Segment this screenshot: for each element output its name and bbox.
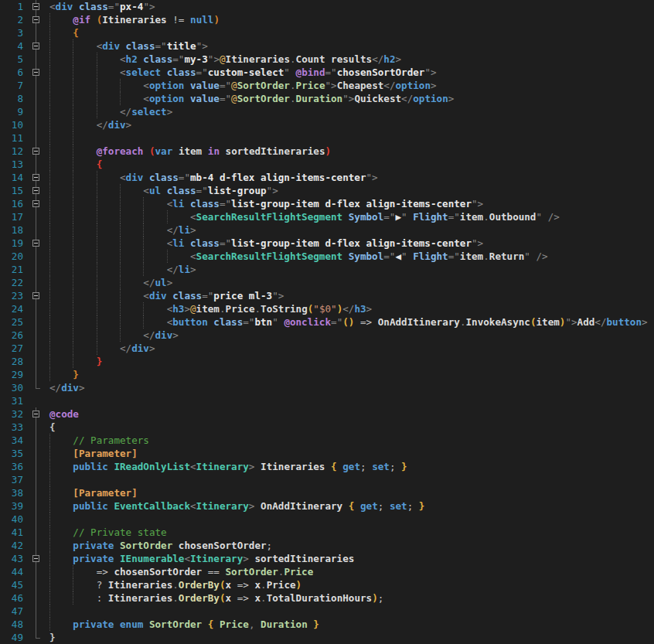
code-line[interactable]: 4 <div class="title"> [0,39,654,53]
code-line[interactable]: 5 <h2 class="my-3">@Itineraries.Count re… [0,53,654,66]
line-number[interactable]: 33 [0,421,23,434]
line-number[interactable]: 37 [0,473,23,486]
line-number[interactable]: 14 [0,171,23,184]
code-line[interactable]: 15 <ul class="list-group"> [0,184,654,197]
line-number[interactable]: 48 [0,618,23,631]
code-line[interactable]: 1<div class="px-4"> [0,0,654,13]
fold-collapse-icon[interactable] [32,555,39,562]
code-line[interactable]: 6 <select class="custom-select" @bind="c… [0,66,654,79]
code-line[interactable]: 11 [0,131,654,145]
fold-collapse-icon[interactable] [32,187,39,194]
line-number[interactable]: 38 [0,486,23,499]
line-number[interactable]: 24 [0,302,23,315]
line-number[interactable]: 40 [0,513,23,526]
code-line[interactable]: 44 => chosenSortOrder == SortOrder.Price [0,565,654,578]
code-line[interactable]: 8 <option value="@SortOrder.Duration">Qu… [0,92,654,105]
line-number[interactable]: 28 [0,355,23,368]
line-number[interactable]: 32 [0,407,23,421]
code-line[interactable]: 31 [0,394,654,407]
code-line[interactable]: 17 <SearchResultFlightSegment Symbol="▶"… [0,210,654,223]
line-number[interactable]: 43 [0,552,23,565]
line-number[interactable]: 7 [0,79,23,92]
code-line[interactable]: 41 // Private state [0,526,654,539]
code-line[interactable]: 38 [Parameter] [0,486,654,499]
line-number[interactable]: 45 [0,578,23,591]
line-number[interactable]: 41 [0,526,23,539]
line-number[interactable]: 9 [0,105,23,118]
code-line[interactable]: 29 } [0,368,654,381]
code-line[interactable]: 2 @if (Itineraries != null) [0,13,654,26]
line-number[interactable]: 26 [0,329,23,342]
line-number[interactable]: 31 [0,394,23,407]
line-number[interactable]: 20 [0,250,23,263]
line-number[interactable]: 3 [0,26,23,39]
fold-collapse-icon[interactable] [32,292,39,299]
fold-collapse-icon[interactable] [32,411,39,417]
code-editor[interactable]: 1<div class="px-4">2 @if (Itineraries !=… [0,0,654,644]
code-line[interactable]: 32@code [0,407,654,421]
line-number[interactable]: 5 [0,53,23,66]
code-line[interactable]: 28 } [0,355,654,368]
line-number[interactable]: 17 [0,210,23,223]
fold-collapse-icon[interactable] [32,3,39,10]
line-number[interactable]: 8 [0,92,23,105]
fold-collapse-icon[interactable] [32,174,39,181]
code-line[interactable]: 23 <div class="price ml-3"> [0,289,654,302]
line-number[interactable]: 34 [0,434,23,447]
line-number[interactable]: 42 [0,539,23,552]
line-number[interactable]: 22 [0,276,23,289]
code-line[interactable]: 34 // Parameters [0,434,654,447]
line-number[interactable]: 2 [0,13,23,26]
line-number[interactable]: 16 [0,197,23,210]
line-number[interactable]: 15 [0,184,23,197]
line-number[interactable]: 10 [0,118,23,131]
code-line[interactable]: 16 <li class="list-group-item d-flex ali… [0,197,654,210]
code-line[interactable]: 49} [0,631,654,644]
line-number[interactable]: 11 [0,131,23,145]
line-number[interactable]: 44 [0,565,23,578]
line-number[interactable]: 19 [0,237,23,250]
code-line[interactable]: 43 private IEnumerable<Itinerary> sorted… [0,552,654,565]
code-line[interactable]: 48 private enum SortOrder { Price, Durat… [0,618,654,631]
line-number[interactable]: 18 [0,223,23,237]
code-line[interactable]: 10 </div> [0,118,654,131]
line-number[interactable]: 39 [0,499,23,513]
line-number[interactable]: 4 [0,39,23,53]
line-number[interactable]: 21 [0,263,23,276]
code-line[interactable]: 21 </li> [0,263,654,276]
line-number[interactable]: 12 [0,145,23,158]
code-line[interactable]: 40 [0,513,654,526]
line-number[interactable]: 30 [0,381,23,394]
code-line[interactable]: 7 <option value="@SortOrder.Price">Cheap… [0,79,654,92]
code-line[interactable]: 35 [Parameter] [0,447,654,460]
fold-collapse-icon[interactable] [32,43,39,49]
line-number[interactable]: 1 [0,0,23,13]
code-line[interactable]: 30</div> [0,381,654,394]
code-line[interactable]: 14 <div class="mb-4 d-flex align-items-c… [0,171,654,184]
code-line[interactable]: 36 public IReadOnlyList<Itinerary> Itine… [0,460,654,473]
code-line[interactable]: 9 </select> [0,105,654,118]
code-line[interactable]: 12 @foreach (var item in sortedItinerari… [0,145,654,158]
line-number[interactable]: 36 [0,460,23,473]
code-line[interactable]: 33{ [0,421,654,434]
code-line[interactable]: 45 ? Itineraries.OrderBy(x => x.Price) [0,578,654,591]
code-line[interactable]: 19 <li class="list-group-item d-flex ali… [0,237,654,250]
code-line[interactable]: 25 <button class="btn" @onclick="() => O… [0,315,654,329]
code-line[interactable]: 22 </ul> [0,276,654,289]
code-line[interactable]: 37 [0,473,654,486]
line-number[interactable]: 47 [0,605,23,618]
line-number[interactable]: 23 [0,289,23,302]
code-line[interactable]: 18 </li> [0,223,654,237]
line-number[interactable]: 6 [0,66,23,79]
fold-collapse-icon[interactable] [32,148,39,155]
fold-collapse-icon[interactable] [32,16,39,23]
line-number[interactable]: 13 [0,158,23,171]
code-line[interactable]: 26 </div> [0,329,654,342]
code-line[interactable]: 42 private SortOrder chosenSortOrder; [0,539,654,552]
line-number[interactable]: 29 [0,368,23,381]
code-line[interactable]: 47 [0,605,654,618]
line-number[interactable]: 35 [0,447,23,460]
fold-collapse-icon[interactable] [32,240,39,247]
code-line[interactable]: 13 { [0,158,654,171]
code-line[interactable]: 46 : Itineraries.OrderBy(x => x.TotalDur… [0,591,654,605]
